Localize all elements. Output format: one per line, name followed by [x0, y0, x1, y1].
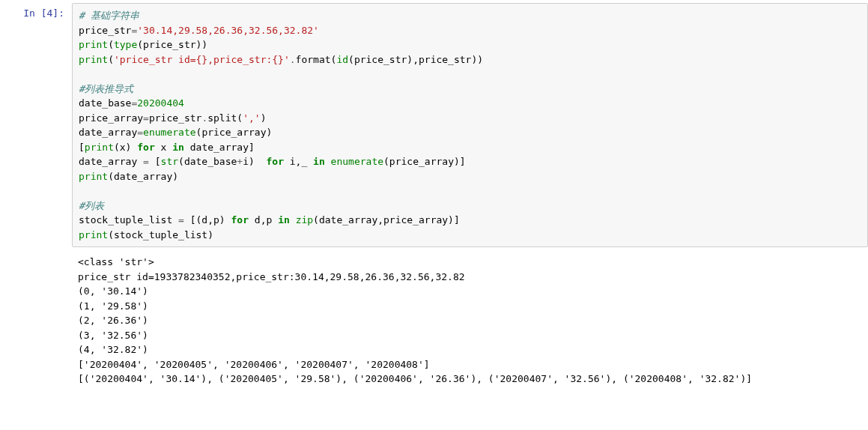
input-cell: In [4]: # 基础字符串 price_str='30.14,29.58,2…	[0, 0, 868, 247]
output-line: (0, '30.14')	[78, 285, 148, 297]
code-line: print	[79, 229, 108, 240]
output-line: ['20200404', '20200405', '20200406', '20…	[78, 359, 430, 370]
output-line: (4, '32.82')	[78, 344, 148, 355]
code-line: price_array	[79, 112, 143, 124]
output-line: price_str id=1933782340352,price_str:30.…	[78, 271, 465, 282]
code-line: date_base	[79, 97, 131, 109]
output-line: (1, '29.58')	[78, 300, 148, 312]
output-line: <class 'str'>	[78, 256, 154, 267]
code-line: price_str	[79, 25, 131, 36]
code-line: [	[79, 142, 85, 153]
output-cell: <class 'str'> price_str id=1933782340352…	[0, 247, 868, 391]
code-line: #列表	[79, 200, 104, 211]
output-line: (3, '32.56')	[78, 330, 148, 341]
code-line: # 基础字符串	[79, 10, 139, 21]
code-line: print	[79, 171, 108, 182]
code-line: stock_tuple_list	[79, 214, 178, 225]
code-line: #列表推导式	[79, 83, 133, 94]
prompt-in-num: [4]:	[41, 7, 64, 19]
code-output: <class 'str'> price_str id=1933782340352…	[72, 250, 868, 391]
output-line: (2, '26.36')	[78, 315, 148, 326]
code-line: date_array	[79, 156, 143, 167]
code-line: print	[79, 54, 108, 65]
input-prompt: In [4]:	[0, 3, 72, 19]
output-line: [('20200404', '30.14'), ('20200405', '29…	[78, 373, 752, 384]
output-prompt	[0, 250, 72, 255]
code-line: print	[79, 39, 108, 50]
code-input[interactable]: # 基础字符串 price_str='30.14,29.58,26.36,32.…	[72, 3, 868, 247]
prompt-in-label: In	[23, 7, 35, 19]
code-line: date_array	[79, 127, 137, 138]
